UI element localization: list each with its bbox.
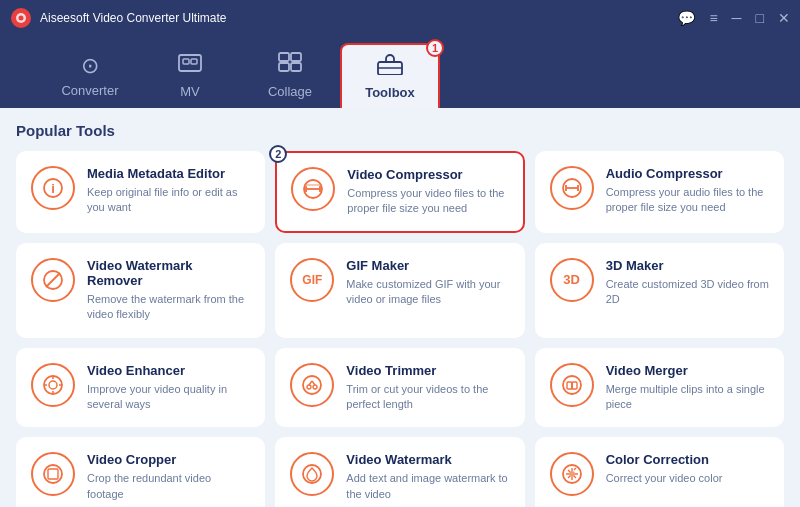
media-metadata-desc: Keep original file info or edit as you w… <box>87 185 250 216</box>
video-enhancer-icon <box>31 363 75 407</box>
video-compressor-name: Video Compressor <box>347 167 508 182</box>
svg-line-30 <box>309 381 312 385</box>
tools-grid: iMedia Metadata EditorKeep original file… <box>16 151 784 507</box>
color-correction-icon <box>550 452 594 496</box>
video-enhancer-desc: Improve your video quality in several wa… <box>87 382 250 413</box>
svg-point-26 <box>49 381 57 389</box>
video-compressor-desc: Compress your video files to the proper … <box>347 186 508 217</box>
tool-card-video-merger[interactable]: Video MergerMerge multiple clips into a … <box>535 348 784 428</box>
title-bar-left: Aiseesoft Video Converter Ultimate <box>10 7 227 29</box>
video-merger-desc: Merge multiple clips into a single piece <box>606 382 769 413</box>
svg-rect-34 <box>572 382 577 389</box>
video-merger-name: Video Merger <box>606 363 769 378</box>
badge-toolbox-nav: 1 <box>426 39 444 57</box>
svg-rect-6 <box>279 53 289 61</box>
app-title: Aiseesoft Video Converter Ultimate <box>40 11 227 25</box>
converter-icon: ⊙ <box>81 53 99 79</box>
video-trimmer-desc: Trim or cut your videos to the perfect l… <box>346 382 509 413</box>
chat-icon[interactable]: 💬 <box>678 10 695 26</box>
tool-card-color-correction[interactable]: Color CorrectionCorrect your video color <box>535 437 784 507</box>
collage-icon <box>278 52 302 80</box>
nav-bar: ⊙ Converter MV Collage <box>0 36 800 108</box>
media-metadata-icon: i <box>31 166 75 210</box>
app-logo-icon <box>10 7 32 29</box>
svg-rect-9 <box>291 63 301 71</box>
color-correction-desc: Correct your video color <box>606 471 723 486</box>
tool-card-media-metadata[interactable]: iMedia Metadata EditorKeep original file… <box>16 151 265 233</box>
tool-card-video-watermark[interactable]: Video WatermarkAdd text and image waterm… <box>275 437 524 507</box>
video-enhancer-name: Video Enhancer <box>87 363 250 378</box>
toolbox-icon <box>377 53 403 81</box>
close-icon[interactable]: ✕ <box>778 10 790 26</box>
minimize-icon[interactable]: ─ <box>732 10 742 26</box>
audio-compressor-name: Audio Compressor <box>606 166 769 181</box>
badge-video-compressor: 2 <box>269 145 287 163</box>
video-trimmer-name: Video Trimmer <box>346 363 509 378</box>
tool-card-video-watermark-remover[interactable]: Video Watermark RemoverRemove the waterm… <box>16 243 265 338</box>
svg-point-27 <box>303 376 321 394</box>
svg-rect-33 <box>567 382 572 389</box>
svg-point-28 <box>307 385 311 389</box>
tool-card-gif-maker[interactable]: GIFGIF MakerMake customized GIF with you… <box>275 243 524 338</box>
video-cropper-name: Video Cropper <box>87 452 250 467</box>
main-content: Popular Tools iMedia Metadata EditorKeep… <box>0 108 800 507</box>
svg-line-24 <box>46 273 60 287</box>
tool-card-video-trimmer[interactable]: Video TrimmerTrim or cut your videos to … <box>275 348 524 428</box>
video-watermark-desc: Add text and image watermark to the vide… <box>346 471 509 502</box>
video-watermark-name: Video Watermark <box>346 452 509 467</box>
svg-rect-4 <box>183 59 189 64</box>
title-bar-controls: 💬 ≡ ─ □ ✕ <box>678 10 790 26</box>
video-trimmer-icon <box>290 363 334 407</box>
maximize-icon[interactable]: □ <box>756 10 764 26</box>
nav-item-toolbox[interactable]: Toolbox 1 <box>340 43 440 108</box>
nav-item-converter[interactable]: ⊙ Converter <box>40 43 140 108</box>
svg-point-36 <box>44 465 62 483</box>
3d-maker-desc: Create customized 3D video from 2D <box>606 277 769 308</box>
video-cropper-desc: Crop the redundant video footage <box>87 471 250 502</box>
svg-rect-8 <box>279 63 289 71</box>
nav-label-toolbox: Toolbox <box>365 85 415 100</box>
audio-compressor-icon <box>550 166 594 210</box>
video-merger-icon <box>550 363 594 407</box>
section-title: Popular Tools <box>16 122 784 139</box>
nav-label-collage: Collage <box>268 84 312 99</box>
svg-rect-37 <box>48 469 58 479</box>
video-compressor-icon <box>291 167 335 211</box>
video-watermark-icon <box>290 452 334 496</box>
tool-card-video-cropper[interactable]: Video CropperCrop the redundant video fo… <box>16 437 265 507</box>
audio-compressor-desc: Compress your audio files to the proper … <box>606 185 769 216</box>
gif-maker-name: GIF Maker <box>346 258 509 273</box>
tool-card-3d-maker[interactable]: 3D3D MakerCreate customized 3D video fro… <box>535 243 784 338</box>
tool-card-audio-compressor[interactable]: Audio CompressorCompress your audio file… <box>535 151 784 233</box>
3d-maker-icon: 3D <box>550 258 594 302</box>
svg-line-31 <box>312 381 315 385</box>
nav-label-converter: Converter <box>61 83 118 98</box>
mv-icon <box>178 52 202 80</box>
video-cropper-icon <box>31 452 75 496</box>
svg-point-29 <box>313 385 317 389</box>
svg-rect-7 <box>291 53 301 61</box>
svg-text:i: i <box>51 181 55 196</box>
video-watermark-remover-desc: Remove the watermark from the video flex… <box>87 292 250 323</box>
svg-point-2 <box>19 16 24 21</box>
tool-card-video-compressor[interactable]: Video CompressorCompress your video file… <box>275 151 524 233</box>
color-correction-name: Color Correction <box>606 452 723 467</box>
nav-item-mv[interactable]: MV <box>140 43 240 108</box>
video-watermark-remover-name: Video Watermark Remover <box>87 258 250 288</box>
gif-maker-icon: GIF <box>290 258 334 302</box>
nav-item-collage[interactable]: Collage <box>240 43 340 108</box>
gif-maker-desc: Make customized GIF with your video or i… <box>346 277 509 308</box>
nav-label-mv: MV <box>180 84 200 99</box>
media-metadata-name: Media Metadata Editor <box>87 166 250 181</box>
tool-card-video-enhancer[interactable]: Video EnhancerImprove your video quality… <box>16 348 265 428</box>
svg-rect-5 <box>191 59 197 64</box>
title-bar: Aiseesoft Video Converter Ultimate 💬 ≡ ─… <box>0 0 800 36</box>
menu-icon[interactable]: ≡ <box>709 10 717 26</box>
3d-maker-name: 3D Maker <box>606 258 769 273</box>
video-watermark-remover-icon <box>31 258 75 302</box>
